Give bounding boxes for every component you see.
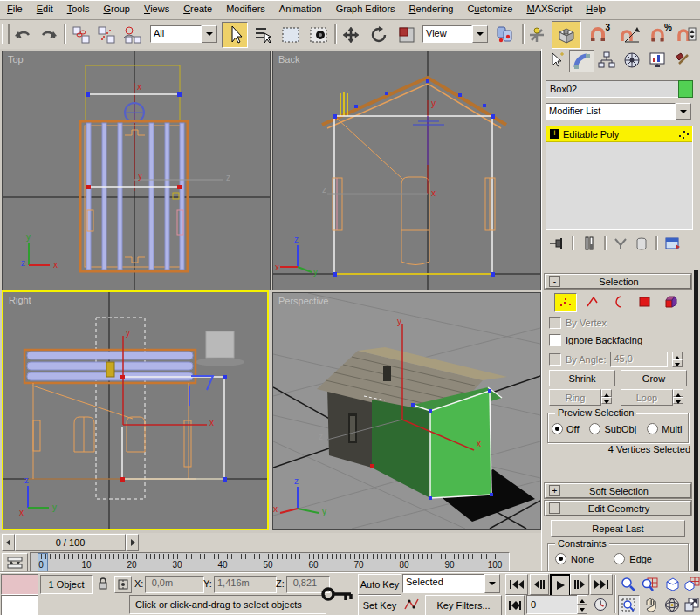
play-button[interactable] (550, 574, 571, 597)
time-configuration-button[interactable] (592, 595, 609, 614)
key-filter-scope-combo[interactable]: Selected (402, 574, 500, 593)
remove-modifier-button[interactable] (631, 235, 652, 252)
grow-button[interactable]: Grow (621, 370, 687, 386)
pin-stack-button[interactable] (546, 235, 568, 252)
key-mode-toggle-button[interactable] (505, 595, 525, 615)
maxscript-listener-pink[interactable] (1, 574, 38, 595)
ignore-backfacing-row[interactable]: Ignore Backfacing (549, 334, 642, 346)
selection-filter-combo[interactable]: All (150, 25, 217, 43)
edit-geometry-rollout-header[interactable]: - Edit Geometry (545, 501, 691, 516)
tab-create[interactable] (544, 50, 567, 71)
zoom-extents-button[interactable] (662, 574, 682, 593)
open-mini-curve-editor-button[interactable] (2, 553, 28, 571)
selection-filter-arrow[interactable] (202, 25, 217, 43)
spinner-snap-button[interactable] (676, 23, 698, 46)
stack-expand-box[interactable]: + (550, 129, 559, 139)
make-unique-button[interactable] (610, 235, 631, 252)
menu-animation[interactable]: Animation (272, 0, 329, 17)
rectangular-selection-region-button[interactable] (278, 23, 303, 46)
by-angle-field[interactable]: 45,0 (610, 352, 668, 367)
polygon-subobject-button[interactable] (635, 293, 655, 311)
arc-rotate-button[interactable] (662, 595, 682, 614)
viewport-back[interactable]: Back y x z z x y (272, 51, 541, 290)
menu-help[interactable]: Help (579, 0, 613, 17)
menu-customize[interactable]: Customize (460, 0, 519, 17)
zoom-extents-all-button[interactable] (683, 574, 700, 593)
loop-spinner[interactable] (673, 389, 683, 404)
set-key-button[interactable]: Set Key (358, 595, 401, 615)
select-object-button[interactable] (222, 22, 248, 48)
auto-key-button[interactable]: Auto Key (358, 574, 401, 595)
repeat-last-button[interactable]: Repeat Last (551, 520, 685, 537)
window-crossing-toggle-button[interactable] (305, 23, 331, 46)
menu-rendering[interactable]: Rendering (402, 0, 461, 17)
menu-tools[interactable]: Tools (60, 0, 97, 17)
unlink-selection-button[interactable] (94, 23, 118, 46)
selection-lock-button[interactable] (95, 576, 111, 591)
zoom-button[interactable] (618, 574, 638, 593)
angle-snap-button[interactable] (615, 23, 642, 46)
next-frame-button[interactable] (570, 574, 589, 595)
viewport-right[interactable]: Right y x z x y (2, 290, 269, 530)
collapse-icon[interactable]: - (549, 502, 560, 514)
collapse-icon[interactable]: - (549, 276, 560, 287)
edge-subobject-button[interactable] (582, 293, 603, 311)
ring-spinner[interactable] (601, 389, 612, 404)
select-and-link-button[interactable] (69, 23, 93, 46)
modifier-stack[interactable]: + Editable Poly (546, 126, 693, 230)
configure-modifier-sets-button[interactable] (662, 235, 684, 252)
y-field[interactable]: 1,416m (214, 576, 277, 593)
loop-button[interactable]: Loop (621, 389, 673, 406)
modifier-list-arrow[interactable] (676, 103, 691, 120)
select-and-rotate-button[interactable] (367, 23, 391, 46)
stack-item-editable-poly[interactable]: + Editable Poly (546, 126, 692, 142)
preview-multi-radio[interactable] (647, 423, 658, 434)
preview-off-radio[interactable] (552, 423, 563, 434)
key-filters-button[interactable]: Key Filters... (425, 595, 502, 615)
percent-snap-button[interactable]: % (646, 23, 673, 46)
bind-to-spacewarp-button[interactable] (120, 23, 145, 46)
undo-button[interactable] (10, 23, 34, 46)
menu-create[interactable]: Create (176, 0, 219, 17)
time-slider-prev-button[interactable] (2, 534, 15, 551)
go-to-start-button[interactable] (505, 574, 528, 595)
tab-modify[interactable] (569, 50, 594, 72)
redo-button[interactable] (37, 23, 60, 46)
reference-coordsys-combo[interactable]: View (422, 25, 488, 43)
object-name-field[interactable]: Box02 (546, 80, 680, 98)
menu-maxscript[interactable]: MAXScript (519, 0, 579, 17)
frame-spinner[interactable] (577, 595, 587, 614)
tab-motion[interactable] (620, 50, 643, 71)
select-and-move-button[interactable] (339, 23, 363, 46)
x-field[interactable]: -0,0m (145, 576, 204, 593)
constraint-edge-radio[interactable] (614, 553, 625, 564)
viewport-top-label[interactable]: Top (8, 54, 24, 65)
absolute-mode-button[interactable] (114, 576, 132, 593)
shrink-button[interactable]: Shrink (549, 370, 615, 386)
by-vertex-row[interactable]: By Vertex (549, 317, 607, 329)
viewport-perspective-label[interactable]: Perspective (278, 296, 328, 306)
time-slider-next-button[interactable] (126, 534, 139, 551)
ring-button[interactable]: Ring (549, 389, 601, 406)
by-angle-spinner[interactable] (672, 352, 683, 367)
by-angle-row[interactable]: By Angle: 45,0 (549, 352, 683, 367)
snap-3d-button[interactable]: 3 (585, 23, 612, 46)
current-frame-field[interactable]: 0 (526, 595, 580, 614)
select-by-name-button[interactable] (250, 23, 275, 46)
default-tangent-button[interactable] (402, 595, 422, 614)
by-vertex-checkbox[interactable] (549, 317, 561, 329)
vertex-subobject-button[interactable] (554, 293, 577, 312)
menu-group[interactable]: Group (96, 0, 137, 17)
time-slider-handle[interactable]: 0 / 100 (15, 534, 126, 551)
by-angle-checkbox[interactable] (549, 353, 561, 366)
previous-frame-button[interactable] (530, 574, 549, 595)
go-to-end-button[interactable] (590, 574, 613, 595)
snaps-toggle-button[interactable] (552, 21, 581, 49)
border-subobject-button[interactable] (608, 293, 629, 311)
select-and-scale-button[interactable] (395, 23, 419, 46)
select-and-manipulate-button[interactable] (525, 23, 548, 46)
menu-graph-editors[interactable]: Graph Editors (329, 0, 402, 17)
object-color-swatch[interactable] (678, 80, 693, 98)
selection-rollout-header[interactable]: - Selection (545, 274, 691, 289)
viewport-back-label[interactable]: Back (278, 54, 299, 65)
